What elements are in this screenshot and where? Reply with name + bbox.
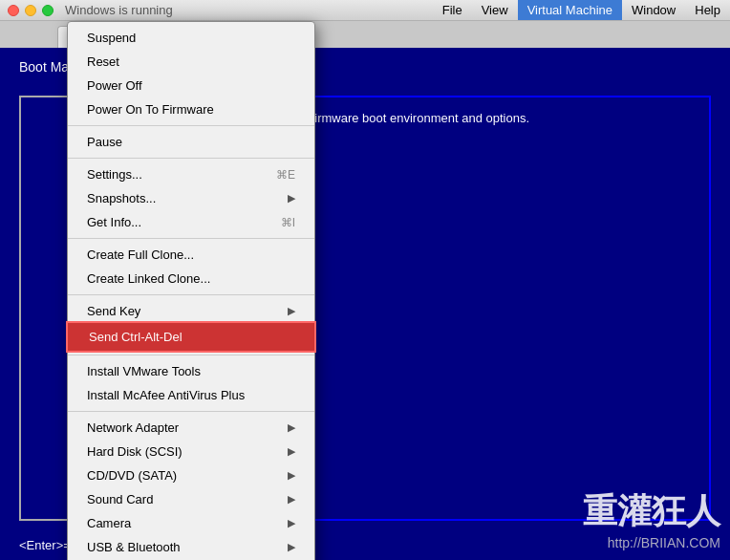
separator-1 xyxy=(68,125,314,126)
menu-install-vmware-tools[interactable]: Install VMware Tools xyxy=(68,359,314,383)
menu-usb-bluetooth[interactable]: USB & Bluetooth ▶ xyxy=(68,535,314,559)
menu-send-key[interactable]: Send Key ▶ xyxy=(68,299,314,323)
maximize-button[interactable] xyxy=(42,5,54,16)
hard-disk-arrow: ▶ xyxy=(288,445,295,458)
menu-send-ctrl-alt-del[interactable]: Send Ctrl-Alt-Del xyxy=(68,323,314,351)
menu-file[interactable]: File xyxy=(433,0,472,20)
menu-camera[interactable]: Camera ▶ xyxy=(68,511,314,535)
menu-snapshots[interactable]: Snapshots... ▶ xyxy=(68,186,314,210)
usb-bluetooth-arrow: ▶ xyxy=(288,541,295,553)
snapshots-arrow: ▶ xyxy=(288,192,295,205)
menu-pause[interactable]: Pause xyxy=(68,130,314,154)
separator-6 xyxy=(68,411,314,412)
close-button[interactable] xyxy=(8,5,19,16)
separator-4 xyxy=(68,294,314,295)
camera-arrow: ▶ xyxy=(288,517,295,529)
menu-sound-card[interactable]: Sound Card ▶ xyxy=(68,487,314,511)
separator-5 xyxy=(68,355,314,355)
menu-get-info[interactable]: Get Info... ⌘I xyxy=(68,210,314,234)
menu-settings[interactable]: Settings... ⌘E xyxy=(68,162,314,186)
sound-card-arrow: ▶ xyxy=(288,493,295,506)
menu-power-on-firmware[interactable]: Power On To Firmware xyxy=(68,97,314,121)
menu-suspend[interactable]: Suspend xyxy=(68,26,314,50)
separator-3 xyxy=(68,238,314,239)
menu-install-mcafee[interactable]: Install McAfee AntiVirus Plus xyxy=(68,383,314,407)
menu-network-adapter[interactable]: Network Adapter ▶ xyxy=(68,416,314,440)
cddvd-arrow: ▶ xyxy=(288,469,295,482)
menu-view[interactable]: View xyxy=(472,0,518,20)
menu-help[interactable]: Help xyxy=(685,0,730,20)
menu-create-full-clone[interactable]: Create Full Clone... xyxy=(68,243,314,267)
vm-status: Windows is running xyxy=(61,3,173,17)
menu-create-linked-clone[interactable]: Create Linked Clone... xyxy=(68,267,314,291)
menu-cddvd[interactable]: CD/DVD (SATA) ▶ xyxy=(68,463,314,487)
menu-window[interactable]: Window xyxy=(622,0,685,20)
minimize-button[interactable] xyxy=(25,5,36,16)
getinfo-shortcut: ⌘I xyxy=(281,216,295,229)
menu-reset[interactable]: Reset xyxy=(68,50,314,74)
virtual-machine-menu: Suspend Reset Power Off Power On To Firm… xyxy=(67,21,315,560)
traffic-lights xyxy=(0,5,61,16)
menu-hard-disk[interactable]: Hard Disk (SCSI) ▶ xyxy=(68,440,314,463)
send-key-arrow: ▶ xyxy=(288,305,295,317)
menu-virtual-machine[interactable]: Virtual Machine xyxy=(518,0,622,20)
menubar: Windows is running File View Virtual Mac… xyxy=(0,0,730,21)
menu-power-off[interactable]: Power Off xyxy=(68,74,314,97)
network-adapter-arrow: ▶ xyxy=(288,421,295,434)
separator-2 xyxy=(68,158,314,159)
settings-shortcut: ⌘E xyxy=(276,168,295,182)
